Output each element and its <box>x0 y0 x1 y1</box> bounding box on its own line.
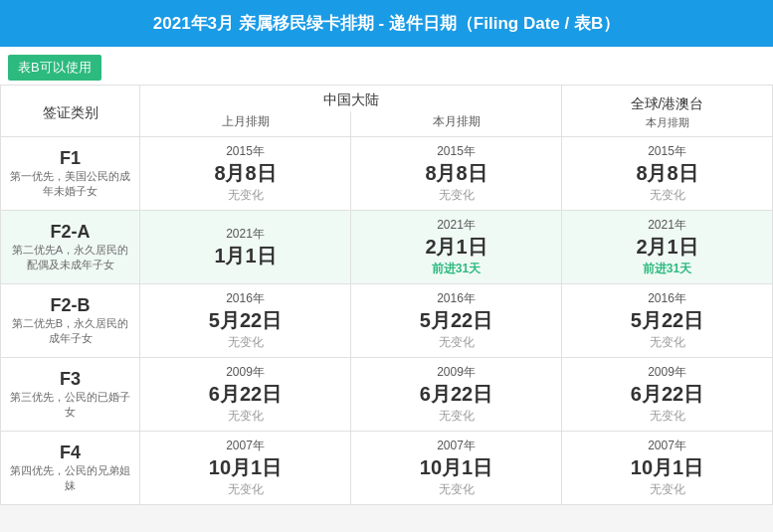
page-wrapper: 2021年3月 亲属移民绿卡排期 - 递件日期（Filing Date / 表B… <box>0 0 773 505</box>
date-label: 10月1日 <box>148 454 342 481</box>
cn-last-month-cell: 2015年8月8日无变化 <box>140 137 351 211</box>
year-label: 2007年 <box>570 438 764 454</box>
change-label: 无变化 <box>148 481 342 498</box>
change-label: 无变化 <box>359 334 553 351</box>
visa-type-cell: F2-B第二优先B，永久居民的成年子女 <box>1 284 140 358</box>
change-label: 前进31天 <box>570 261 764 277</box>
table-available-badge: 表B可以使用 <box>8 55 101 81</box>
worldwide-cell: 2021年2月1日前进31天 <box>562 211 773 284</box>
table-row: F3第三优先，公民的已婚子女2009年6月22日无变化2009年6月22日无变化… <box>1 358 773 432</box>
worldwide-header: 全球/港澳台 本月排期 <box>562 86 773 137</box>
table-body: F1第一优先，美国公民的成年未婚子女2015年8月8日无变化2015年8月8日无… <box>1 137 773 505</box>
visa-code: F1 <box>9 148 131 169</box>
change-label: 前进31天 <box>359 261 553 277</box>
cn-this-month-cell: 2009年6月22日无变化 <box>351 358 562 432</box>
cn-this-month-cell: 2007年10月1日无变化 <box>351 432 562 505</box>
year-label: 2009年 <box>359 364 553 381</box>
cn-this-month-cell: 2015年8月8日无变化 <box>351 137 562 211</box>
visa-category-header: 签证类别 <box>1 86 140 137</box>
date-label: 8月8日 <box>359 160 553 187</box>
date-label: 5月22日 <box>359 307 553 334</box>
cn-last-month-cell: 2021年1月1日 <box>140 211 351 284</box>
year-label: 2016年 <box>359 290 553 307</box>
header-row-main: 签证类别 中国大陆 全球/港澳台 本月排期 <box>1 86 773 112</box>
year-label: 2016年 <box>570 290 764 307</box>
china-header: 中国大陆 <box>140 86 562 112</box>
visa-code: F2-A <box>9 222 131 243</box>
cn-last-month-cell: 2007年10月1日无变化 <box>140 432 351 505</box>
page-title: 2021年3月 亲属移民绿卡排期 - 递件日期（Filing Date / 表B… <box>0 0 773 47</box>
visa-type-cell: F3第三优先，公民的已婚子女 <box>1 358 140 432</box>
year-label: 2009年 <box>148 364 342 381</box>
visa-desc: 第一优先，美国公民的成年未婚子女 <box>9 169 131 200</box>
visa-type-cell: F1第一优先，美国公民的成年未婚子女 <box>1 137 140 211</box>
date-label: 6月22日 <box>359 381 553 408</box>
cn-this-month-cell: 2016年5月22日无变化 <box>351 284 562 358</box>
date-label: 8月8日 <box>148 160 342 187</box>
worldwide-cell: 2009年6月22日无变化 <box>562 358 773 432</box>
year-label: 2021年 <box>570 217 764 234</box>
year-label: 2009年 <box>570 364 764 381</box>
change-label: 无变化 <box>570 408 764 425</box>
change-label: 无变化 <box>148 334 342 351</box>
cn-last-month-cell: 2016年5月22日无变化 <box>140 284 351 358</box>
change-label: 无变化 <box>570 334 764 351</box>
change-label: 无变化 <box>359 408 553 425</box>
date-label: 10月1日 <box>570 454 764 481</box>
year-label: 2016年 <box>148 290 342 307</box>
table-row: F4第四优先，公民的兄弟姐妹2007年10月1日无变化2007年10月1日无变化… <box>1 432 773 505</box>
table-row: F2-A第二优先A，永久居民的配偶及未成年子女2021年1月1日2021年2月1… <box>1 211 773 284</box>
date-label: 5月22日 <box>570 307 764 334</box>
year-label: 2015年 <box>570 143 764 160</box>
date-label: 2月1日 <box>359 234 553 261</box>
worldwide-label: 全球/港澳台 <box>631 95 704 111</box>
main-table: 签证类别 中国大陆 全球/港澳台 本月排期 上月排期 本月排期 F1第一优先，美… <box>0 85 773 505</box>
date-label: 5月22日 <box>148 307 342 334</box>
table-row: F2-B第二优先B，永久居民的成年子女2016年5月22日无变化2016年5月2… <box>1 284 773 358</box>
visa-code: F2-B <box>9 295 131 316</box>
year-label: 2021年 <box>148 226 342 243</box>
change-label: 无变化 <box>570 187 764 204</box>
table-row: F1第一优先，美国公民的成年未婚子女2015年8月8日无变化2015年8月8日无… <box>1 137 773 211</box>
date-label: 10月1日 <box>359 454 553 481</box>
last-month-header: 上月排期 <box>140 111 351 137</box>
worldwide-cell: 2015年8月8日无变化 <box>562 137 773 211</box>
date-label: 6月22日 <box>570 381 764 408</box>
year-label: 2015年 <box>359 143 553 160</box>
worldwide-cell: 2016年5月22日无变化 <box>562 284 773 358</box>
cn-last-month-cell: 2009年6月22日无变化 <box>140 358 351 432</box>
visa-desc: 第三优先，公民的已婚子女 <box>9 390 131 421</box>
this-month-header: 本月排期 <box>351 111 562 137</box>
visa-desc: 第二优先A，永久居民的配偶及未成年子女 <box>9 243 131 273</box>
date-label: 1月1日 <box>148 243 342 269</box>
worldwide-cell: 2007年10月1日无变化 <box>562 432 773 505</box>
change-label: 无变化 <box>359 187 553 204</box>
visa-type-cell: F4第四优先，公民的兄弟姐妹 <box>1 432 140 505</box>
date-label: 2月1日 <box>570 234 764 261</box>
change-label: 无变化 <box>359 481 553 498</box>
date-label: 6月22日 <box>148 381 342 408</box>
cn-this-month-cell: 2021年2月1日前进31天 <box>351 211 562 284</box>
year-label: 2007年 <box>148 438 342 454</box>
year-label: 2007年 <box>359 438 553 454</box>
change-label: 无变化 <box>148 187 342 204</box>
year-label: 2015年 <box>148 143 342 160</box>
date-label: 8月8日 <box>570 160 764 187</box>
visa-code: F4 <box>9 443 131 463</box>
visa-desc: 第二优先B，永久居民的成年子女 <box>9 316 131 347</box>
change-label: 无变化 <box>148 408 342 425</box>
visa-code: F3 <box>9 369 131 390</box>
visa-type-cell: F2-A第二优先A，永久居民的配偶及未成年子女 <box>1 211 140 284</box>
visa-desc: 第四优先，公民的兄弟姐妹 <box>9 463 131 494</box>
year-label: 2021年 <box>359 217 553 234</box>
worldwide-subheader: 本月排期 <box>646 116 689 128</box>
change-label: 无变化 <box>570 481 764 498</box>
